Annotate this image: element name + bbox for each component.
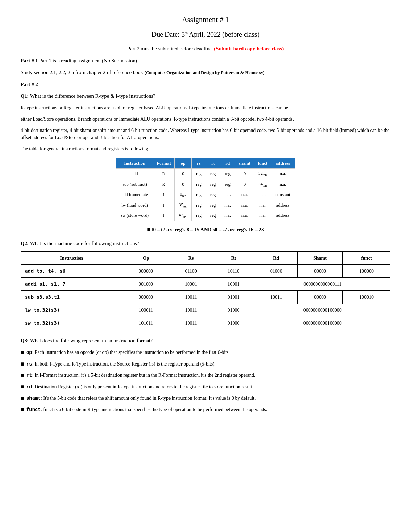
th-shamt: shamt (235, 158, 254, 169)
table-cell: reg (192, 179, 206, 189)
table-cell: 0 (235, 169, 254, 179)
table-cell: n.a. (271, 169, 295, 179)
table-cell: reg (220, 169, 235, 179)
q3-bullet-icon: ■ (21, 383, 24, 391)
th-address: address (271, 158, 295, 169)
q3-item-label: funct (26, 407, 41, 412)
table-cell: constant (271, 189, 295, 200)
table-cell: address (271, 210, 295, 221)
table-cell: n.a. (220, 200, 235, 210)
table-cell: reg (192, 189, 206, 200)
table-row: addi s1, s1, 700100010001100010000000000… (21, 277, 390, 290)
table-cell-funct: 100000 (343, 264, 390, 277)
table-cell: I (153, 210, 175, 221)
table-cell-rs: 10011 (170, 304, 212, 317)
q3-item-content: rs: In both I-Type and R-Type instructio… (26, 360, 216, 368)
part2-heading-para: Part # 2 (21, 81, 390, 88)
table-cell: reg (220, 179, 235, 189)
study-book: (Computer Organization and Design by Pat… (145, 70, 265, 75)
study-text: Study section 2.1, 2.2, 2.5 from chapter… (21, 70, 145, 75)
table-cell-merged: 0000000000100000 (255, 317, 390, 330)
table-row: add immediateI8tenregregn.a.n.a.n.a.cons… (116, 189, 295, 200)
instruction-table-1: Instruction Format op rs rt rd shamt fun… (116, 158, 295, 221)
q3-item-text: : Destination Register (rd) is only pres… (32, 384, 253, 389)
table-cell: n.a. (254, 210, 271, 221)
table-cell: R (153, 169, 175, 179)
part1-section: Part # 1 Part 1 is a reading assignment … (21, 57, 390, 65)
th-rt: rt (206, 158, 220, 169)
t2h-rt: Rt (212, 251, 255, 264)
table-cell-rd: 01000 (255, 264, 297, 277)
q3-bullet-icon: ■ (21, 348, 24, 356)
table-cell-rs: 01100 (170, 264, 212, 277)
table-cell: I (153, 189, 175, 200)
q3-item-label: rd (26, 384, 32, 390)
table-row: lw (load word)I35tenregregn.a.n.a.n.a.ad… (116, 200, 295, 210)
table-cell-rt: 01001 (212, 290, 255, 304)
table-cell: n.a. (271, 179, 295, 189)
table-cell-rd: 10011 (255, 290, 297, 304)
q3-item-content: rt: In I-Format instruction, it's a 5-bi… (26, 371, 255, 379)
table-cell: 0 (174, 169, 191, 179)
q3-item-text: : It's the 5-bit code that refers the sh… (41, 396, 256, 401)
q3-list-item: ■rd: Destination Register (rd) is only p… (21, 383, 390, 391)
table-cell: reg (192, 200, 206, 210)
table-cell-op: 000000 (122, 264, 170, 277)
table-row: sub (subtract)R0regregreg034tenn.a. (116, 179, 295, 189)
table-row: lw to,32(s3)1000111001101000000000000010… (21, 304, 390, 317)
q2-question: Q2: What is the machine code for followi… (21, 239, 390, 247)
table-cell-rs: 10011 (170, 317, 212, 330)
table-cell-op: 100011 (122, 304, 170, 317)
table-cell-rt: 10110 (212, 264, 255, 277)
q3-list-item: ■rt: In I-Format instruction, it's a 5-b… (21, 371, 390, 379)
th-op: op (174, 158, 191, 169)
q1-question: Q1: What is the difference between R-typ… (21, 92, 390, 100)
q3-item-text: : In I-Format instruction, it's a 5-bit … (32, 373, 256, 378)
q2-label: Q2: (21, 240, 29, 246)
table-cell: n.a. (254, 200, 271, 210)
q3-bullet-icon: ■ (21, 406, 24, 413)
table-cell: reg (206, 189, 220, 200)
table-cell: n.a. (220, 189, 235, 200)
th-instruction: Instruction (116, 158, 153, 169)
t2h-shamt: Shamt (297, 251, 342, 264)
table-cell-merged: 0000000000000111 (255, 277, 390, 290)
submit-prefix: Part 2 must be submitted before deadline… (127, 46, 214, 51)
q3-list-item: ■op: Each instruction has an opcode (or … (21, 348, 390, 356)
table-row: sub s3,s3,t10000001001101001100110000010… (21, 290, 390, 304)
table-cell: I (153, 200, 175, 210)
table-cell-rt: 01000 (212, 304, 255, 317)
table-cell: reg (192, 169, 206, 179)
table-cell: sw (store word) (116, 210, 153, 221)
t2h-rs: Rs (170, 251, 212, 264)
table-row: sw to,32(s3)1010111001101000000000000010… (21, 317, 390, 330)
instruction-table-2: Instruction Op Rs Rt Rd Shamt funct add … (21, 251, 390, 330)
q3-item-label: rt (26, 373, 32, 378)
q3-list-item: ■rs: In both I-Type and R-Type instructi… (21, 360, 390, 368)
q3-item-content: op: Each instruction has an opcode (or o… (26, 348, 230, 356)
table-cell-rs: 10011 (170, 290, 212, 304)
table-cell: R (153, 179, 175, 189)
table-cell: address (271, 200, 295, 210)
table-cell: add (116, 169, 153, 179)
table2-header-row: Instruction Op Rs Rt Rd Shamt funct (21, 251, 390, 264)
table-cell-rs: 10001 (170, 277, 212, 290)
table-cell-instruction: sw to,32(s3) (21, 317, 122, 330)
table-cell-instruction: addi s1, s1, 7 (21, 277, 122, 290)
table-cell: reg (206, 200, 220, 210)
q3-bullet-icon: ■ (21, 360, 24, 368)
table-cell: n.a. (235, 210, 254, 221)
q3-item-text: : funct is a 6-bit code in R-type instru… (41, 407, 267, 412)
table-cell-instruction: lw to,32(s3) (21, 304, 122, 317)
table-cell: 35ten (174, 200, 191, 210)
table-cell-instruction: sub s3,s3,t1 (21, 290, 122, 304)
submit-line: Part 2 must be submitted before deadline… (21, 45, 390, 53)
table-row: sw (store word)I43tenregregn.a.n.a.n.a.a… (116, 210, 295, 221)
q3-bullet-icon: ■ (21, 371, 24, 379)
table-cell: sub (subtract) (116, 179, 153, 189)
table-cell: reg (206, 169, 220, 179)
table-cell: 0 (174, 179, 191, 189)
t2h-funct: funct (343, 251, 390, 264)
q3-item-label: rs (26, 361, 32, 367)
part1-text: Part 1 is a reading assignment (No Submi… (39, 58, 138, 63)
